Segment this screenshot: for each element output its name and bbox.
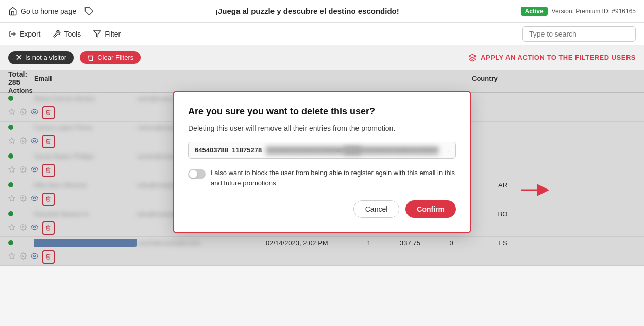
puzzle-icon <box>84 7 94 16</box>
export-button[interactable]: Export <box>8 30 40 38</box>
tools-icon <box>53 30 61 38</box>
modal-separator: . <box>447 146 449 154</box>
apply-action-button[interactable]: APPLY AN ACTION TO THE FILTERED USERS <box>468 54 636 62</box>
filter-icon <box>93 30 101 38</box>
modal-block-option: I also want to block the user from being… <box>188 168 456 188</box>
modal-user-id: 645403788_11875278 <box>195 146 262 154</box>
home-link[interactable]: Go to home page <box>8 7 76 16</box>
filter-tag-visitor[interactable]: ✕ Is not a visitor <box>8 51 74 64</box>
modal-description: Deleting this user will remove all their… <box>188 124 456 132</box>
top-nav: Go to home page ¡Juega al puzzle y descu… <box>0 0 644 23</box>
filter-button[interactable]: Filter <box>93 30 121 38</box>
confirm-button[interactable]: Confirm <box>405 200 456 218</box>
sub-toolbar: Export Tools Filter <box>0 23 644 45</box>
modal-user-data: 645403788_11875278 ████████████████████ … <box>188 142 456 159</box>
modal-title: Are you sure you want to delete this use… <box>188 106 456 117</box>
modal-overlay: Are you sure you want to delete this use… <box>0 70 644 266</box>
modal-user-email: ████████████████████ <box>266 146 332 154</box>
home-label: Go to home page <box>21 7 76 15</box>
clear-filters-button[interactable]: Clear Filters <box>80 51 141 64</box>
nav-right: Active Version: Premium ID: #916165 <box>521 7 636 16</box>
modal-user-data2: ████████████████████ <box>344 146 443 154</box>
svg-marker-2 <box>94 31 100 37</box>
block-user-toggle[interactable] <box>188 169 206 179</box>
svg-marker-3 <box>469 54 476 58</box>
layers-icon <box>468 54 477 62</box>
red-arrow-indicator <box>521 182 552 199</box>
block-user-label: I also want to block the user from being… <box>211 168 456 188</box>
home-icon <box>8 7 18 16</box>
active-badge: Active <box>521 7 548 16</box>
toggle-knob <box>189 170 197 178</box>
cancel-button[interactable]: Cancel <box>353 200 400 218</box>
version-info: Version: Premium ID: #916165 <box>552 8 636 15</box>
search-input[interactable] <box>522 26 636 42</box>
delete-confirm-modal: Are you sure you want to delete this use… <box>173 91 471 233</box>
table-wrapper: Total: 285 Email Country Actions Maria G… <box>0 70 644 266</box>
clear-icon <box>87 54 94 61</box>
tools-button[interactable]: Tools <box>53 30 81 38</box>
export-icon <box>8 30 16 38</box>
page-title: ¡Juega al puzzle y descubre el destino e… <box>102 7 512 15</box>
close-icon: ✕ <box>15 54 22 62</box>
filter-bar: ✕ Is not a visitor Clear Filters APPLY A… <box>0 45 644 70</box>
modal-actions: Cancel Confirm <box>188 200 456 218</box>
